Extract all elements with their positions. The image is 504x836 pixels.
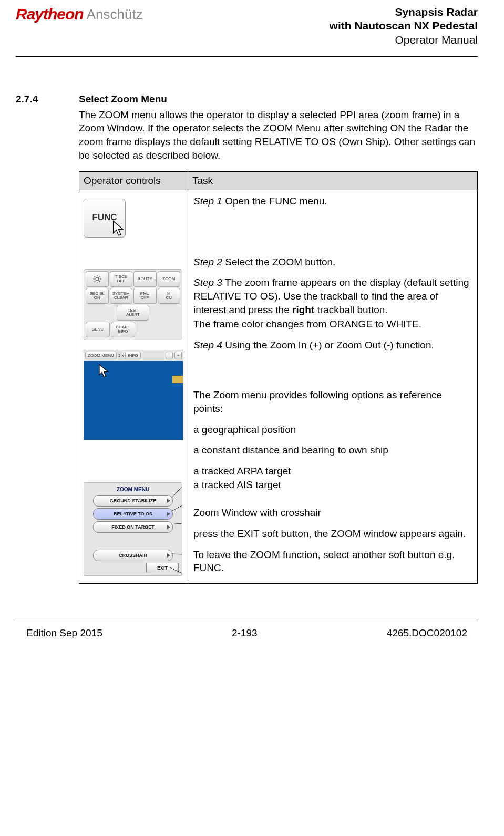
step4-text: Using the Zoom In (+) or Zoom Out (-) fu…: [222, 339, 434, 350]
step3-bold: right: [292, 304, 314, 315]
function-panel: T-SCE OFF ROUTE ZOOM SEC BL ON SYSTEM CL…: [84, 269, 182, 340]
section-number: 2.7.4: [16, 94, 63, 105]
header-rule: [16, 56, 478, 57]
step4-label: Step 4: [193, 339, 222, 350]
svg-line-12: [171, 554, 182, 555]
secbl-on-button[interactable]: SEC BL ON: [86, 288, 109, 304]
doc-title-line1: Synapsis Radar: [330, 5, 478, 19]
footer-docno: 4265.DOC020102: [387, 627, 467, 639]
table-header-task: Task: [188, 172, 478, 190]
cursor-icon: [97, 363, 112, 383]
page-footer: Edition Sep 2015 2-193 4265.DOC020102: [16, 621, 478, 639]
option-bearing: a constant distance and bearing to own s…: [193, 443, 472, 457]
zoom-menu-chip[interactable]: ZOOM MENU: [85, 352, 117, 359]
svg-point-0: [96, 277, 99, 281]
options-intro: The Zoom menu provides following options…: [193, 388, 472, 415]
pmu-off-button[interactable]: PMU OFF: [133, 288, 157, 304]
step2-label: Step 2: [193, 256, 222, 267]
task-table: Operator controls Task FUNC: [79, 171, 478, 584]
table-header-controls: Operator controls: [79, 172, 188, 190]
section-title: Select Zoom Menu: [79, 94, 167, 105]
svg-line-11: [171, 522, 182, 524]
step2-text: Select the ZOOM button.: [222, 256, 335, 267]
document-title: Synapsis Radar with Nautoscan NX Pedesta…: [330, 5, 478, 47]
zoom-out-button[interactable]: –: [166, 352, 173, 359]
zoom-map: [84, 361, 183, 440]
route-button[interactable]: ROUTE: [133, 271, 157, 287]
zoom-in-button[interactable]: +: [174, 352, 182, 359]
crosshair-button[interactable]: CROSSHAIR: [93, 550, 173, 561]
svg-line-10: [171, 499, 182, 511]
step3-text-post: trackball button.: [314, 304, 387, 315]
chevron-right-icon: [167, 512, 170, 516]
zoom-menu-panel: ZOOM MENU GROUND STABILIZE RELATIVE TO O…: [84, 482, 182, 576]
zoom-menu-title: ZOOM MENU: [87, 486, 179, 493]
chevron-right-icon: [167, 553, 170, 558]
footer-page: 2-193: [232, 627, 258, 639]
ground-stabilize-button[interactable]: GROUND STABILIZE: [93, 495, 173, 507]
mcu-button[interactable]: M CU: [158, 288, 181, 304]
test-alert-button[interactable]: TEST ALERT: [117, 305, 149, 321]
option-geo: a geographical position: [193, 423, 472, 437]
chart-info-button[interactable]: CHART INFO: [111, 322, 135, 337]
svg-line-7: [94, 281, 95, 282]
step3-line2: The frame color changes from ORANGE to W…: [193, 317, 472, 331]
svg-line-6: [99, 281, 100, 282]
step3-label: Step 3: [193, 277, 222, 288]
leave-text: To leave the ZOOM function, select anoth…: [193, 548, 472, 575]
option-crosshair: Zoom Window with crosshair: [193, 506, 472, 520]
exit-text: press the EXIT soft button, the ZOOM win…: [193, 527, 472, 541]
step1-label: Step 1: [193, 195, 222, 207]
zoom-scale-label: 1 x: [118, 353, 124, 359]
zoom-button[interactable]: ZOOM: [158, 271, 181, 287]
option-ais: a tracked AIS target: [193, 478, 472, 492]
footer-edition: Edition Sep 2015: [26, 627, 102, 639]
operator-controls-cell: FUNC T-SCE OFF: [79, 190, 188, 583]
brand-anschutz: Anschütz: [87, 6, 143, 23]
doc-title-line3: Operator Manual: [330, 33, 478, 47]
step1-text: Open the FUNC menu.: [222, 195, 327, 207]
chevron-right-icon: [167, 525, 170, 529]
chevron-right-icon: [167, 499, 170, 503]
zoom-window-toolbar: ZOOM MENU 1 x INFO – +: [84, 350, 183, 361]
info-button[interactable]: INFO: [125, 352, 140, 359]
option-arpa: a tracked ARPA target: [193, 465, 472, 478]
senc-button[interactable]: SENC: [86, 322, 110, 337]
zoom-window: ZOOM MENU 1 x INFO – +: [84, 350, 183, 440]
brand-raytheon: Raytheon: [16, 5, 84, 23]
svg-line-5: [94, 276, 95, 277]
svg-line-8: [99, 276, 100, 277]
task-cell: Step 1 Open the FUNC menu. Step 2 Select…: [188, 190, 478, 583]
tsce-off-button[interactable]: T-SCE OFF: [110, 271, 133, 287]
exit-button[interactable]: EXIT: [146, 563, 179, 573]
func-button[interactable]: FUNC: [84, 199, 126, 238]
brightness-button[interactable]: [86, 271, 109, 287]
fixed-on-target-button[interactable]: FIXED ON TARGET: [93, 521, 173, 533]
section-intro: The ZOOM menu allows the operator to dis…: [79, 108, 478, 162]
logo: Raytheon Anschütz: [16, 5, 143, 23]
system-clear-button[interactable]: SYSTEM CLEAR: [110, 288, 133, 304]
relative-to-os-button[interactable]: RELATIVE TO OS: [93, 508, 173, 520]
doc-title-line2: with Nautoscan NX Pedestal: [330, 19, 478, 33]
cursor-icon: [110, 220, 128, 241]
page-header: Raytheon Anschütz Synapsis Radar with Na…: [16, 5, 478, 47]
